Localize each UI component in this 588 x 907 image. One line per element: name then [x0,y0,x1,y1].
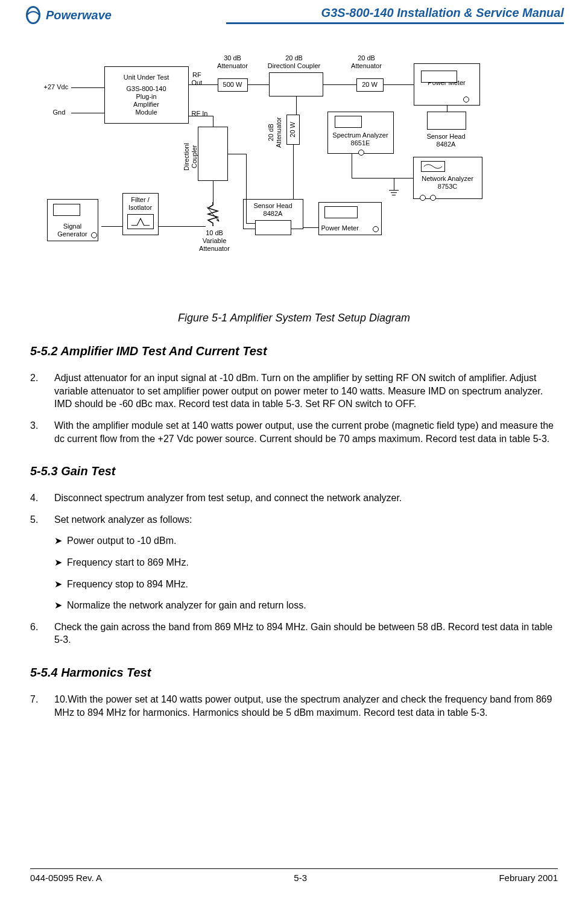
label-30db: 30 dB Attenuator [212,54,254,70]
label-27vdc: +27 Vdc [44,83,69,91]
inner-pm-r [421,71,457,83]
brand-name: Powerwave [46,8,112,22]
label-spectrum: Spectrum Analyzer 8651E [329,131,393,147]
box-500w: 500 W [218,78,248,92]
label-20db-a: 20 dB Attenuator [346,54,388,70]
box-20w-a: 20 W [356,78,384,92]
footer-center: 5-3 [294,873,307,883]
step-7: 7. 10.With the power set at 140 watts po… [30,693,558,719]
label-network: Network Analyzer 8753C [414,175,481,191]
box-dircoup-h [269,72,323,96]
label-20db-b: 20 dB Attenuator [267,112,283,154]
svg-point-0 [27,7,40,24]
doc-title: G3S-800-140 Installation & Service Manua… [226,6,564,20]
step-2: 2. Adjust attenuator for an input signal… [30,371,558,411]
step-4: 4. Disconnect spectrum analyzer from tes… [30,491,558,505]
label-gnd: Gnd [53,109,66,116]
label-var-att: 10 dB Variable Attenuator [197,229,233,253]
box-uut: Unit Under Test G3S-800-140 Plug-in Ampl… [104,66,189,124]
step-3: 3. With the amplifier module set at 140 … [30,419,558,445]
box-sensor-r-shape [427,112,466,130]
footer-right: February 2001 [499,873,558,883]
page-footer: 044-05095 Rev. A 5-3 February 2001 [30,868,558,883]
step-6: 6. Check the gain across the band from 8… [30,621,558,646]
substep-1: Power output to -10 dBm. [54,534,558,548]
heading-5-5-2: 5-5.2 Amplifier IMD Test And Current Tes… [30,343,558,359]
doc-title-block: G3S-800-140 Installation & Service Manua… [226,6,564,24]
box-20w-b: 20 W [286,115,300,145]
label-dircoup-v: Directionl Coupler [183,133,198,181]
label-rfin: RF In [192,110,208,118]
figure-caption: Figure 5-1 Amplifier System Test Setup D… [30,311,558,325]
step-5: 5. Set network analyzer as follows: [30,513,558,526]
box-dircoup-v [198,127,228,181]
figure-diagram: +27 Vdc Gnd Unit Under Test G3S-800-140 … [30,48,558,302]
footer-left: 044-05095 Rev. A [30,873,102,883]
powerwave-icon [24,6,42,24]
label-sensor-r: Sensor Head 8482A [416,133,476,148]
substep-4: Normalize the network analyzer for gain … [54,599,558,612]
label-dircoup-h: 20 dB Directionl Coupler [261,54,327,70]
heading-5-5-3: 5-5.3 Gain Test [30,463,558,479]
substep-3: Frequency stop to 894 MHz. [54,578,558,591]
box-power-meter-r: Power Meter [414,63,480,106]
resistor-icon [206,202,221,226]
brand-logo: Powerwave [24,6,112,24]
substep-2: Frequency start to 869 MHz. [54,556,558,569]
heading-5-5-4: 5-5.4 Harmonics Test [30,665,558,681]
